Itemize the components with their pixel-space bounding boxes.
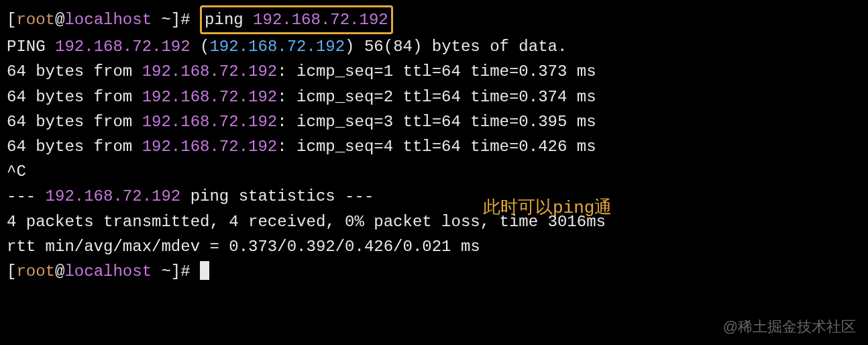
text: 64 bytes from [7, 88, 142, 106]
ip: 192.168.72.192 [209, 38, 345, 56]
text: : icmp_seq=2 ttl=64 time=0.374 ms [277, 88, 596, 106]
prompt-path: ~ [152, 11, 171, 29]
text: ^C [7, 162, 26, 181]
text: 64 bytes from [7, 113, 142, 131]
ip: 192.168.72.192 [55, 38, 191, 56]
stats-summary-2: rtt min/avg/max/mdev = 0.373/0.392/0.426… [7, 234, 861, 259]
prompt-line-1: [root@localhost ~]# ping 192.168.72.192 [7, 5, 861, 34]
text: ) [345, 38, 364, 56]
text: 64 bytes from [7, 138, 142, 156]
command-highlight: ping 192.168.72.192 [200, 5, 393, 34]
cursor-icon [200, 261, 209, 280]
bracket: [ [7, 11, 16, 29]
text: 64 bytes from [7, 62, 142, 81]
prompt-at: @ [55, 262, 64, 281]
ping-reply: 64 bytes from 192.168.72.192: icmp_seq=2… [7, 85, 861, 109]
prompt-symbol: # [180, 262, 200, 281]
prompt-user: root [16, 262, 55, 281]
ping-header: PING 192.168.72.192 (192.168.72.192) 56(… [7, 34, 861, 59]
text: PING [7, 38, 55, 56]
text: rtt min/avg/max/mdev = 0.373/0.392/0.426… [7, 238, 480, 256]
command-ping: ping [205, 11, 253, 29]
prompt-path: ~ [152, 262, 171, 281]
bracket: [ [7, 262, 16, 281]
annotation-text: 此时可以ping通 [483, 195, 612, 221]
ping-reply: 64 bytes from 192.168.72.192: icmp_seq=4… [7, 134, 861, 159]
bracket: ] [171, 262, 180, 281]
ip: 192.168.72.192 [142, 138, 278, 156]
stats-summary-1: 4 packets transmitted, 4 received, 0% pa… [7, 209, 861, 234]
ping-reply: 64 bytes from 192.168.72.192: icmp_seq=1… [7, 59, 861, 84]
text: --- [7, 187, 46, 205]
text: : icmp_seq=4 ttl=64 time=0.426 ms [277, 138, 596, 156]
prompt-host: localhost [64, 11, 152, 29]
text: 56(84) bytes of data. [364, 38, 567, 56]
ip: 192.168.72.192 [142, 113, 278, 131]
stats-header: --- 192.168.72.192 ping statistics --- [7, 184, 861, 209]
prompt-user: root [16, 11, 55, 29]
text: ( [191, 38, 210, 56]
text: ping statistics --- [180, 187, 374, 205]
watermark-text: @稀土掘金技术社区 [723, 315, 856, 338]
text: : icmp_seq=3 ttl=64 time=0.395 ms [277, 113, 596, 131]
prompt-host: localhost [64, 262, 152, 281]
interrupt: ^C [7, 159, 861, 184]
prompt-symbol: # [180, 11, 200, 29]
ip: 192.168.72.192 [142, 88, 278, 106]
prompt-at: @ [55, 11, 64, 29]
ping-reply: 64 bytes from 192.168.72.192: icmp_seq=3… [7, 109, 861, 134]
ip: 192.168.72.192 [46, 187, 181, 205]
command-ip: 192.168.72.192 [253, 11, 388, 29]
prompt-line-2[interactable]: [root@localhost ~]# [7, 259, 861, 284]
text: : icmp_seq=1 ttl=64 time=0.373 ms [277, 62, 596, 81]
ip: 192.168.72.192 [142, 62, 278, 81]
bracket: ] [171, 11, 180, 29]
